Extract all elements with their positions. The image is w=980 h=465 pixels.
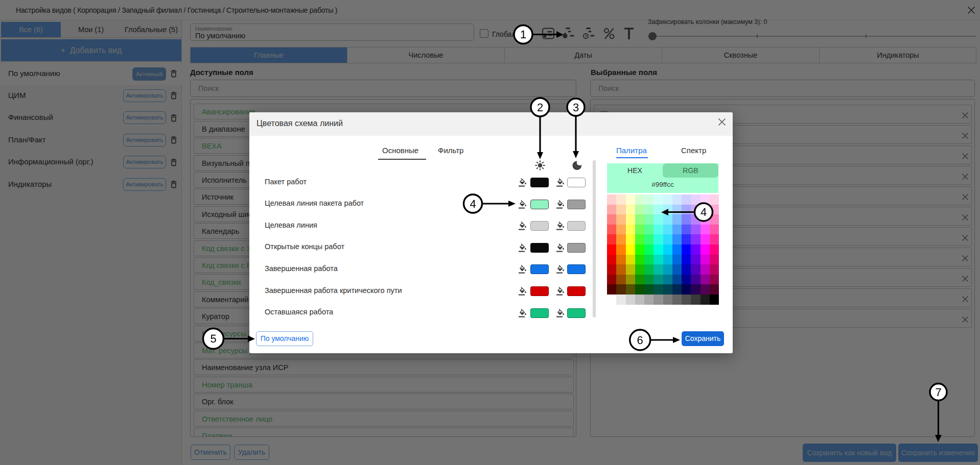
svg-text:3: 3 <box>573 101 579 114</box>
svg-text:4: 4 <box>470 198 476 210</box>
svg-text:6: 6 <box>637 334 643 347</box>
svg-text:1: 1 <box>520 28 526 41</box>
svg-text:2: 2 <box>537 101 543 114</box>
svg-text:7: 7 <box>935 386 941 399</box>
svg-text:5: 5 <box>210 332 216 345</box>
svg-text:4: 4 <box>701 206 707 218</box>
